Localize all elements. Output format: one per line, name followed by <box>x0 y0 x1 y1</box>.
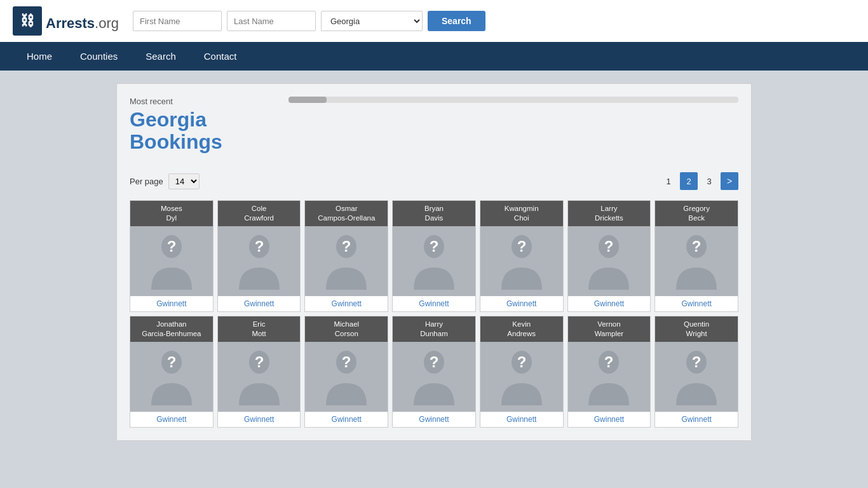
nav-counties[interactable]: Counties <box>66 42 132 71</box>
header-search-button[interactable]: Search <box>428 11 485 31</box>
svg-text:?: ? <box>254 238 264 255</box>
person-card[interactable]: Michael Corson ? Gwinnett <box>304 316 388 428</box>
person-card[interactable]: Jonathan Garcia-Benhumea ? Gwinnett <box>130 316 214 428</box>
silhouette-icon: ? <box>496 348 547 405</box>
silhouette-icon: ? <box>409 233 459 290</box>
svg-text:?: ? <box>342 353 351 370</box>
svg-text:?: ? <box>254 353 264 370</box>
nav-contact[interactable]: Contact <box>190 42 251 71</box>
main-content: Most recent Georgia Bookings Per page 14… <box>116 83 752 441</box>
logo-icon: ⛓ <box>13 6 42 36</box>
person-photo: ? <box>218 226 301 296</box>
silhouette-icon: ? <box>671 233 722 290</box>
person-county[interactable]: Gwinnett <box>305 412 388 427</box>
person-name-bar: Eric Mott <box>218 316 301 342</box>
main-nav: Home Counties Search Contact <box>0 42 868 71</box>
grid-container: Per page 14 28 50 1 2 3 > Moses Dyl <box>117 166 751 440</box>
silhouette-icon: ? <box>496 233 547 290</box>
person-county[interactable]: Gwinnett <box>218 296 301 311</box>
person-name-bar: Cole Crawford <box>218 201 301 226</box>
state-select[interactable]: Georgia Alabama Florida Tennessee <box>321 11 423 31</box>
person-card[interactable]: Bryan Davis ? Gwinnett <box>392 200 476 312</box>
silhouette-icon: ? <box>409 348 459 405</box>
person-county[interactable]: Gwinnett <box>480 412 563 427</box>
person-card[interactable]: Osmar Campos-Orellana ? Gwinnett <box>304 200 388 312</box>
person-photo: ? <box>568 342 651 412</box>
person-county[interactable]: Gwinnett <box>218 412 301 427</box>
page-title: Georgia Bookings <box>130 109 276 153</box>
nav-search[interactable]: Search <box>132 42 190 71</box>
person-name-bar: Kwangmin Choi <box>480 201 563 226</box>
silhouette-icon: ? <box>583 348 634 405</box>
scroll-bar[interactable] <box>288 97 738 103</box>
svg-text:?: ? <box>604 353 614 370</box>
silhouette-icon: ? <box>671 348 722 405</box>
person-county[interactable]: Gwinnett <box>305 296 388 311</box>
person-card[interactable]: Cole Crawford ? Gwinnett <box>217 200 301 312</box>
silhouette-icon: ? <box>583 233 634 290</box>
search-form: Georgia Alabama Florida Tennessee Search <box>133 11 485 31</box>
person-card[interactable]: Moses Dyl ? Gwinnett <box>130 200 214 312</box>
svg-text:?: ? <box>167 353 177 370</box>
person-county[interactable]: Gwinnett <box>568 296 651 311</box>
person-county[interactable]: Gwinnett <box>393 296 475 311</box>
logo-text: Arrests.org <box>46 10 119 33</box>
svg-text:?: ? <box>430 238 439 255</box>
person-county[interactable]: Gwinnett <box>655 412 738 427</box>
person-card[interactable]: Kevin Andrews ? Gwinnett <box>480 316 564 428</box>
person-photo: ? <box>130 226 213 296</box>
first-name-input[interactable] <box>133 11 222 31</box>
person-photo: ? <box>393 342 475 412</box>
page-3-button[interactable]: 3 <box>700 172 718 190</box>
left-panel: Most recent Georgia Bookings <box>130 97 276 153</box>
silhouette-icon: ? <box>321 348 372 405</box>
silhouette-icon: ? <box>146 348 197 405</box>
nav-home[interactable]: Home <box>13 42 66 71</box>
person-county[interactable]: Gwinnett <box>568 412 651 427</box>
person-card[interactable]: Kwangmin Choi ? Gwinnett <box>480 200 564 312</box>
person-card[interactable]: Eric Mott ? Gwinnett <box>217 316 301 428</box>
per-page-select[interactable]: 14 28 50 <box>168 173 200 189</box>
person-photo: ? <box>655 226 738 296</box>
person-photo: ? <box>480 342 563 412</box>
person-photo: ? <box>568 226 651 296</box>
person-name-bar: Moses Dyl <box>130 201 213 226</box>
svg-text:?: ? <box>692 238 702 255</box>
person-photo: ? <box>655 342 738 412</box>
person-card[interactable]: Larry Dricketts ? Gwinnett <box>567 200 651 312</box>
person-name-bar: Osmar Campos-Orellana <box>305 201 388 226</box>
page-2-button[interactable]: 2 <box>680 172 698 190</box>
svg-text:?: ? <box>517 353 526 370</box>
person-card[interactable]: Quentin Wright ? Gwinnett <box>654 316 738 428</box>
silhouette-icon: ? <box>321 233 372 290</box>
grid-controls: Per page 14 28 50 1 2 3 > <box>130 172 738 190</box>
person-county[interactable]: Gwinnett <box>393 412 475 427</box>
person-name-bar: Bryan Davis <box>393 201 475 226</box>
silhouette-icon: ? <box>146 233 197 290</box>
person-name-bar: Quentin Wright <box>655 316 738 342</box>
person-photo: ? <box>480 226 563 296</box>
person-county[interactable]: Gwinnett <box>130 412 213 427</box>
scroll-thumb <box>288 97 327 103</box>
svg-text:?: ? <box>342 238 351 255</box>
person-photo: ? <box>305 342 388 412</box>
person-photo: ? <box>130 342 213 412</box>
right-panel <box>288 97 738 153</box>
person-card[interactable]: Harry Dunham ? Gwinnett <box>392 316 476 428</box>
person-county[interactable]: Gwinnett <box>480 296 563 311</box>
person-card[interactable]: Vernon Wampler ? Gwinnett <box>567 316 651 428</box>
person-photo: ? <box>218 342 301 412</box>
person-name-bar: Kevin Andrews <box>480 316 563 342</box>
site-logo[interactable]: ⛓ Arrests.org <box>13 6 119 36</box>
person-photo: ? <box>393 226 475 296</box>
page-next-button[interactable]: > <box>721 172 738 190</box>
person-name-bar: Larry Dricketts <box>568 201 651 226</box>
person-card[interactable]: Gregory Beck ? Gwinnett <box>654 200 738 312</box>
per-page-label: Per page <box>130 177 163 186</box>
person-county[interactable]: Gwinnett <box>130 296 213 311</box>
person-county[interactable]: Gwinnett <box>655 296 738 311</box>
last-name-input[interactable] <box>227 11 316 31</box>
pagination: 1 2 3 > <box>660 172 738 190</box>
person-name-bar: Gregory Beck <box>655 201 738 226</box>
persons-grid: Moses Dyl ? GwinnettCole Crawford ? Gwin… <box>130 200 738 312</box>
